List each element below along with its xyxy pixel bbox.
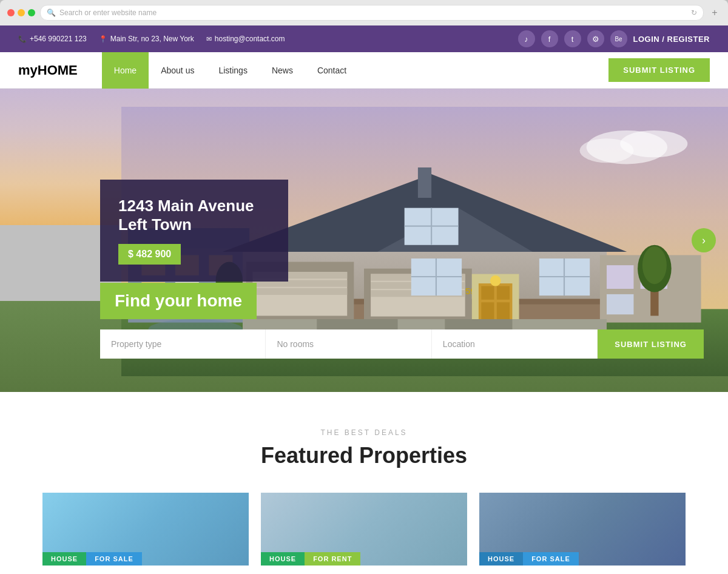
property-title: 1243 Main Avenue Left Town xyxy=(118,197,270,234)
property-card-1-badges: HOUSE FOR SALE xyxy=(42,552,142,566)
browser-window: 🔍 Search or enter website name ↻ + xyxy=(0,0,728,25)
top-bar: +546 990221 123 Main Str, no 23, New Yor… xyxy=(0,25,728,52)
nav-contact[interactable]: Contact xyxy=(305,52,359,89)
email-text: hosting@contact.com xyxy=(215,35,285,43)
badge-house-3: HOUSE xyxy=(479,552,523,566)
arrow-right-icon: › xyxy=(702,234,706,247)
location-icon xyxy=(99,35,107,43)
logo-my: my xyxy=(18,62,38,78)
property-card-3-badges: HOUSE FOR SALE xyxy=(479,552,579,566)
property-card-2[interactable]: HOUSE FOR RENT xyxy=(261,493,467,566)
email-icon xyxy=(206,35,212,43)
login-register-button[interactable]: LOGIN / REGISTER xyxy=(633,35,710,44)
nav-about[interactable]: About us xyxy=(149,52,206,89)
minimize-button[interactable] xyxy=(18,9,25,16)
badge-sale-1: FOR SALE xyxy=(86,552,142,566)
social-behance[interactable]: Be xyxy=(610,30,627,47)
find-home-banner: Find your home xyxy=(100,283,257,319)
property-cards-preview: HOUSE FOR SALE HOUSE FOR RENT HOUSE FOR … xyxy=(18,493,710,566)
svg-rect-31 xyxy=(481,286,494,300)
svg-rect-33 xyxy=(481,302,494,319)
svg-rect-17 xyxy=(418,167,431,198)
badge-sale-3: FOR SALE xyxy=(523,552,579,566)
search-submit-button[interactable]: SUBMIT LISTING xyxy=(598,329,704,359)
nav-news[interactable]: News xyxy=(260,52,305,89)
social-facebook[interactable]: f xyxy=(541,30,558,47)
site-logo[interactable]: myHOME xyxy=(18,62,78,78)
property-card: 1243 Main Avenue Left Town $ 482 900 xyxy=(100,180,288,282)
address-text: Main Str, no 23, New York xyxy=(110,35,194,43)
svg-rect-32 xyxy=(497,286,510,300)
search-icon: 🔍 xyxy=(47,8,56,17)
top-bar-right: ♪ f t ⚙ Be LOGIN / REGISTER xyxy=(518,30,710,47)
social-settings[interactable]: ⚙ xyxy=(587,30,604,47)
no-rooms-field[interactable]: No rooms xyxy=(266,329,431,359)
social-music[interactable]: ♪ xyxy=(518,30,535,47)
property-card-2-badges: HOUSE FOR RENT xyxy=(261,552,360,566)
badge-house-1: HOUSE xyxy=(42,552,86,566)
property-type-field[interactable]: Property type xyxy=(100,329,266,359)
svg-point-35 xyxy=(490,275,501,286)
address-item: Main Str, no 23, New York xyxy=(99,35,194,43)
badge-rent-2: FOR RENT xyxy=(305,552,360,566)
phone-icon xyxy=(18,35,27,43)
contact-info: +546 990221 123 Main Str, no 23, New Yor… xyxy=(18,35,285,43)
svg-rect-46 xyxy=(607,265,633,289)
hero-section: 5991 xyxy=(0,89,728,392)
location-field[interactable]: Location xyxy=(432,329,598,359)
email-item: hosting@contact.com xyxy=(206,35,285,43)
logo-home: HOME xyxy=(38,62,78,78)
refresh-icon: ↻ xyxy=(691,8,697,17)
svg-point-3 xyxy=(580,138,634,163)
property-price: $ 482 900 xyxy=(118,244,181,265)
hero-next-arrow[interactable]: › xyxy=(692,228,716,252)
maximize-button[interactable] xyxy=(28,9,35,16)
address-text: Search or enter website name xyxy=(59,8,157,17)
svg-rect-34 xyxy=(497,302,510,319)
badge-house-2: HOUSE xyxy=(261,552,305,566)
svg-rect-22 xyxy=(253,288,348,295)
submit-listing-button[interactable]: SUBMIT LISTING xyxy=(608,58,710,82)
window-controls xyxy=(7,9,35,16)
phone-number: +546 990221 123 xyxy=(30,35,87,43)
featured-section: THE BEST DEALS Featured Properties HOUSE… xyxy=(0,392,728,574)
close-button[interactable] xyxy=(7,9,15,16)
featured-subtitle: THE BEST DEALS xyxy=(18,428,710,437)
property-card-1[interactable]: HOUSE FOR SALE xyxy=(42,493,249,566)
phone-item: +546 990221 123 xyxy=(18,35,87,43)
featured-title: Featured Properties xyxy=(18,443,710,468)
svg-point-51 xyxy=(642,246,667,284)
new-tab-button[interactable]: + xyxy=(709,7,721,19)
social-twitter[interactable]: t xyxy=(564,30,581,47)
nav-listings[interactable]: Listings xyxy=(206,52,259,89)
property-card-3[interactable]: HOUSE FOR SALE xyxy=(479,493,686,566)
nav-home[interactable]: Home xyxy=(102,52,149,89)
navbar: myHOME Home About us Listings News Conta… xyxy=(0,52,728,89)
svg-rect-48 xyxy=(607,294,633,314)
nav-links: Home About us Listings News Contact xyxy=(102,52,608,89)
address-bar[interactable]: 🔍 Search or enter website name ↻ xyxy=(40,5,704,21)
search-bar: Property type No rooms Location SUBMIT L… xyxy=(100,329,704,359)
